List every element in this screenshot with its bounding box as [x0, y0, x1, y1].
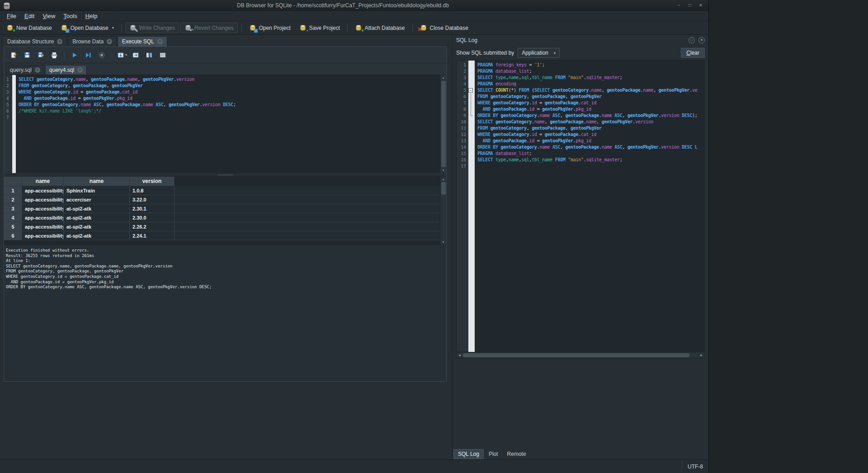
- dock-float-icon[interactable]: □: [689, 37, 695, 43]
- tab-browse-data[interactable]: Browse Data ✕: [68, 36, 117, 47]
- scroll-up-icon[interactable]: ▲: [440, 177, 447, 182]
- results-grid-icon[interactable]: [157, 50, 169, 61]
- scrollbar-thumb[interactable]: [441, 182, 446, 195]
- tab-execute-sql[interactable]: Execute SQL ✕: [118, 36, 167, 47]
- log-code[interactable]: PRAGMA foreign_keys = '1';PRAGMA databas…: [475, 61, 704, 352]
- scroll-down-icon[interactable]: ▼: [440, 168, 447, 173]
- table-row[interactable]: 1app-accessibilitySphinxTrain1.0.8: [4, 186, 446, 195]
- revert-changes-button[interactable]: ↶ Revert Changes: [180, 23, 238, 33]
- editor-results-splitter[interactable]: [4, 173, 446, 177]
- dock-tab-plot[interactable]: Plot: [485, 450, 502, 459]
- menu-help[interactable]: Help: [81, 12, 102, 20]
- results-vertical-scrollbar[interactable]: ▲ ▼: [440, 177, 446, 245]
- dock-tab-sql-log[interactable]: SQL Log: [453, 449, 484, 459]
- table-cell[interactable]: 1.0.8: [130, 186, 175, 195]
- scroll-left-icon[interactable]: ◀: [457, 352, 462, 358]
- tab-close-icon[interactable]: ✕: [35, 67, 40, 73]
- open-sql-file-icon[interactable]: [8, 50, 19, 61]
- code-line: PRAGMA database_list;: [477, 68, 704, 75]
- open-database-button[interactable]: ▣ Open Database ▾: [57, 23, 118, 33]
- log-horizontal-scrollbar[interactable]: ◀ ▶: [457, 352, 704, 358]
- attach-database-button[interactable]: + Attach Database: [351, 23, 409, 33]
- save-sql-file-as-icon[interactable]: [35, 50, 47, 61]
- table-row[interactable]: 4app-accessibilityat-spi2-atk2.30.0: [4, 213, 446, 222]
- table-cell[interactable]: 2.30.0: [130, 213, 175, 222]
- column-header[interactable]: version: [130, 177, 175, 186]
- table-cell[interactable]: accerciser: [64, 195, 130, 204]
- message-line: AND gentooPackage.id = gentooPkgVer.pkg_…: [6, 280, 444, 285]
- code-line: SELECT type,name,sql,tbl_name FROM "main…: [477, 157, 704, 163]
- tab-close-icon[interactable]: ✕: [77, 67, 83, 73]
- table-cell[interactable]: app-accessibility: [22, 231, 64, 240]
- dock-close-icon[interactable]: ✕: [698, 37, 705, 43]
- execute-all-icon[interactable]: [69, 50, 80, 61]
- table-cell[interactable]: at-spi2-atk: [64, 222, 130, 231]
- sql-log-view[interactable]: 1234567891011121314151617 − PRAGMA forei…: [457, 61, 704, 352]
- table-cell[interactable]: 2.26.2: [130, 222, 175, 231]
- scroll-right-icon[interactable]: ▶: [698, 352, 704, 358]
- table-cell[interactable]: app-accessibility: [22, 213, 64, 222]
- column-header[interactable]: name: [64, 177, 130, 186]
- window-controls: − □ ✕: [676, 2, 706, 9]
- scrollbar-thumb[interactable]: [441, 81, 446, 167]
- editor-vertical-scrollbar[interactable]: ▲ ▼: [440, 75, 446, 173]
- tab-close-icon[interactable]: ✕: [107, 39, 112, 44]
- table-row[interactable]: 6app-accessibilityat-spi2-atk2.24.1: [4, 231, 446, 240]
- table-row[interactable]: 3app-accessibilityat-spi2-atk2.30.1: [4, 204, 446, 213]
- table-cell[interactable]: 3.22.0: [130, 195, 175, 204]
- format-sql-icon[interactable]: [143, 50, 155, 61]
- close-database-button[interactable]: ✕ Close Database: [416, 23, 472, 33]
- dock-tab-remote[interactable]: Remote: [503, 450, 530, 459]
- new-database-button[interactable]: + New Database: [3, 23, 56, 33]
- code-line: FROM gentooCategory, gentooPackage, gent…: [477, 94, 704, 100]
- write-changes-button[interactable]: ✎ Write Changes: [125, 23, 179, 33]
- export-csv-icon[interactable]: [130, 50, 142, 61]
- save-sql-file-icon[interactable]: [21, 50, 33, 61]
- sql-editor[interactable]: 1234567 SELECT gentooCategory.name, gent…: [4, 75, 446, 173]
- table-cell[interactable]: app-accessibility: [22, 222, 64, 231]
- scroll-up-icon[interactable]: ▲: [440, 75, 447, 80]
- menu-view[interactable]: View: [38, 12, 59, 20]
- table-cell[interactable]: at-spi2-atk: [64, 213, 130, 222]
- message-line: Execution finished without errors.: [6, 248, 444, 253]
- code-line: FROM gentooCategory, gentooPackage, gent…: [477, 125, 704, 131]
- tab-query4-sql[interactable]: query4.sql ✕: [45, 65, 87, 75]
- scrollbar-thumb[interactable]: [463, 353, 689, 357]
- tab-close-icon[interactable]: ✕: [57, 39, 62, 44]
- scroll-down-icon[interactable]: ▼: [440, 239, 447, 245]
- sql-log-dock: SQL Log □ ✕ Show SQL submitted by Applic…: [452, 35, 708, 459]
- editor-code[interactable]: SELECT gentooCategory.name, gentooPackag…: [16, 75, 446, 173]
- execute-current-line-icon[interactable]: [82, 50, 94, 61]
- save-project-button[interactable]: ▪ Save Project: [296, 23, 344, 33]
- table-cell[interactable]: app-accessibility: [22, 195, 64, 204]
- stop-execution-icon[interactable]: [96, 50, 108, 61]
- menu-edit[interactable]: Edit: [20, 12, 38, 20]
- table-row[interactable]: 2app-accessibilityaccerciser3.22.0: [4, 195, 446, 204]
- table-cell[interactable]: app-accessibility: [22, 186, 64, 195]
- close-icon[interactable]: ✕: [698, 2, 704, 9]
- column-header[interactable]: name: [22, 177, 64, 186]
- tab-database-structure[interactable]: Database Structure ✕: [3, 36, 67, 47]
- tab-close-icon[interactable]: ✕: [157, 39, 163, 44]
- dock-tabbar: SQL Log Plot Remote: [453, 449, 708, 459]
- table-cell[interactable]: at-spi2-atk: [64, 231, 130, 240]
- table-cell[interactable]: app-accessibility: [22, 204, 64, 213]
- open-project-button[interactable]: ▣ Open Project: [245, 23, 294, 33]
- print-icon[interactable]: [48, 50, 60, 61]
- table-cell[interactable]: SphinxTrain: [64, 186, 130, 195]
- tab-query-sql[interactable]: query.sql ✕: [6, 65, 44, 75]
- table-cell[interactable]: at-spi2-atk: [64, 204, 130, 213]
- menu-tools[interactable]: Tools: [59, 12, 81, 20]
- encoding-indicator[interactable]: UTF-8: [682, 460, 708, 473]
- table-cell[interactable]: 2.24.1: [130, 231, 175, 240]
- minimize-icon[interactable]: −: [676, 2, 682, 9]
- submitted-by-select[interactable]: Application ▾: [518, 48, 560, 58]
- table-cell[interactable]: 2.30.1: [130, 204, 175, 213]
- line-number: 6: [6, 108, 12, 114]
- table-row[interactable]: 5app-accessibilityat-spi2-atk2.26.2: [4, 222, 446, 231]
- save-results-icon[interactable]: ▾: [116, 50, 128, 61]
- clear-log-button[interactable]: Clear: [681, 48, 705, 58]
- maximize-icon[interactable]: □: [687, 2, 693, 9]
- menu-file[interactable]: File: [3, 12, 20, 20]
- editor-line-numbers: 1234567: [4, 75, 12, 173]
